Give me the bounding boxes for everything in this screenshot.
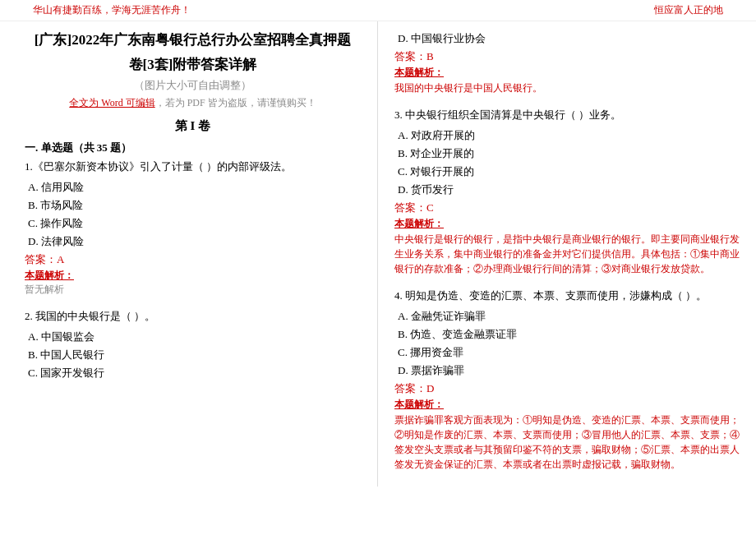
question-1-explanation-title: 本题解析： xyxy=(25,269,361,283)
question-4-explanation-text: 票据诈骗罪客观方面表现为：①明知是伪造、变造的汇票、本票、支票而使用；②明知是作… xyxy=(394,413,740,472)
question-2-option-b: B. 中国人民银行 xyxy=(28,346,361,364)
question-4-option-d: D. 票据诈骗罪 xyxy=(398,362,740,380)
question-1-option-c: C. 操作风险 xyxy=(28,214,361,233)
question-3-option-c: C. 对银行开展的 xyxy=(398,163,740,181)
banner-left-text: 华山有捷勤百练，学海无涯苦作舟！ xyxy=(33,3,191,17)
question-3-answer: 答案：C xyxy=(394,201,740,215)
question-4-option-c: C. 挪用资金罪 xyxy=(398,344,740,362)
question-4-option-a: A. 金融凭证诈骗罪 xyxy=(398,307,740,325)
question-2-explanation-title: 本题解析： xyxy=(394,66,740,80)
question-1-option-a: A. 信用风险 xyxy=(28,178,361,196)
doc-title-line2: 卷[3套]附带答案详解 xyxy=(25,54,361,76)
question-3-option-b: B. 对企业开展的 xyxy=(398,145,740,163)
question-4: 4. 明知是伪造、变造的汇票、本票、支票而使用，涉嫌构成（ ）。 A. 金融凭证… xyxy=(394,288,740,472)
page-banner: 华山有捷勤百练，学海无涯苦作舟！ 恒应富人正的地 xyxy=(0,0,756,21)
pdf-warn: ，若为 PDF 皆为盗版，请谨慎购买！ xyxy=(155,97,316,108)
content-wrapper: [广东]2022年广东南粤银行总行办公室招聘全真押题 卷[3套]附带答案详解 （… xyxy=(0,21,756,487)
question-1: 1.《巴塞尔新资本协议》引入了计量（ ）的内部评级法。 A. 信用风险 B. 市… xyxy=(25,159,361,297)
question-4-explanation-title: 本题解析： xyxy=(394,398,740,412)
question-2-option-c: C. 国家开发银行 xyxy=(28,364,361,382)
question-3-option-d: D. 货币发行 xyxy=(398,181,740,199)
question-2-option-a: A. 中国银监会 xyxy=(28,328,361,346)
doc-title-line1: [广东]2022年广东南粤银行总行办公室招聘全真押题 xyxy=(25,30,361,51)
question-2-right: D. 中国银行业协会 答案：B 本题解析： 我国的中央银行是中国人民银行。 xyxy=(394,30,740,95)
question-4-option-b: B. 伪造、变造金融票证罪 xyxy=(398,325,740,344)
question-4-answer: 答案：D xyxy=(394,381,740,396)
question-4-text: 4. 明知是伪造、变造的汇票、本票、支票而使用，涉嫌构成（ ）。 xyxy=(394,288,740,305)
question-2-option-d: D. 中国银行业协会 xyxy=(398,30,740,48)
section-header: 一. 单选题（共 35 题） xyxy=(25,141,361,155)
question-1-explanation-text: 暂无解析 xyxy=(25,283,361,297)
question-1-answer: 答案：A xyxy=(25,252,361,267)
question-2-explanation-text: 我国的中央银行是中国人民银行。 xyxy=(394,81,740,95)
question-1-option-d: D. 法律风险 xyxy=(28,233,361,251)
banner-right-text: 恒应富人正的地 xyxy=(654,3,723,17)
left-column: [广东]2022年广东南粤银行总行办公室招聘全真押题 卷[3套]附带答案详解 （… xyxy=(0,21,378,487)
question-3-explanation-text: 中央银行是银行的银行，是指中央银行是商业银行的银行。即主要同商业银行发生业务关系… xyxy=(394,232,740,276)
doc-subtitle: （图片大小可自由调整） xyxy=(25,78,361,93)
question-3-option-a: A. 对政府开展的 xyxy=(398,127,740,145)
doc-note: 全文为 Word 可编辑，若为 PDF 皆为盗版，请谨慎购买！ xyxy=(25,96,361,110)
question-3: 3. 中央银行组织全国清算是中央银行（ ）业务。 A. 对政府开展的 B. 对企… xyxy=(394,107,740,276)
section-title: 第 I 卷 xyxy=(25,118,361,134)
question-2-text: 2. 我国的中央银行是（ ）。 xyxy=(25,308,361,325)
right-column: D. 中国银行业协会 答案：B 本题解析： 我国的中央银行是中国人民银行。 3.… xyxy=(378,21,756,487)
question-3-explanation-title: 本题解析： xyxy=(394,217,740,231)
word-link[interactable]: 全文为 Word 可编辑 xyxy=(69,97,154,108)
question-1-option-b: B. 市场风险 xyxy=(28,196,361,214)
question-2-answer: 答案：B xyxy=(394,49,740,64)
question-3-text: 3. 中央银行组织全国清算是中央银行（ ）业务。 xyxy=(394,107,740,124)
question-1-text: 1.《巴塞尔新资本协议》引入了计量（ ）的内部评级法。 xyxy=(25,159,361,176)
question-2: 2. 我国的中央银行是（ ）。 A. 中国银监会 B. 中国人民银行 C. 国家… xyxy=(25,308,361,382)
